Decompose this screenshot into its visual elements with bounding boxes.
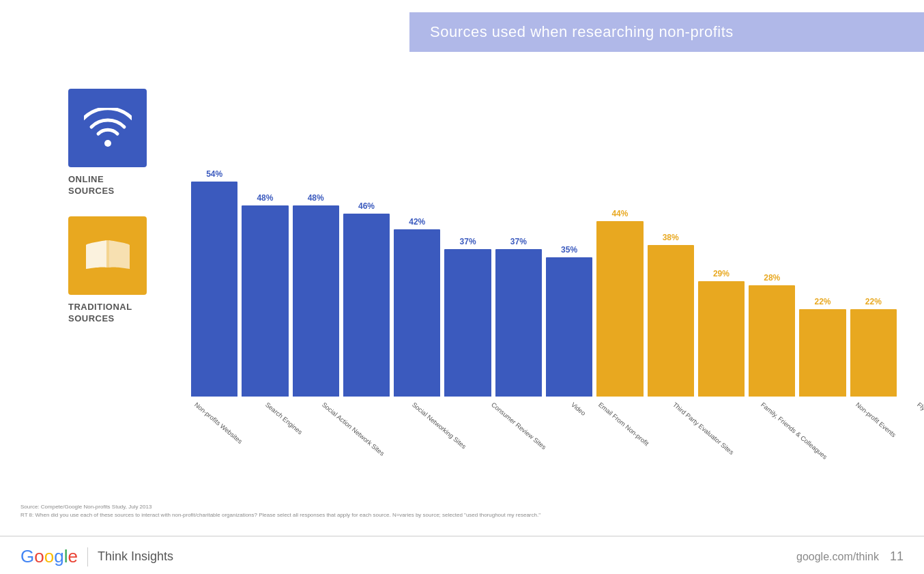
bar-rect-10	[698, 281, 745, 397]
bar-pct-3: 46%	[358, 201, 375, 211]
bar-pct-12: 22%	[815, 297, 831, 306]
bar-rect-11	[749, 285, 795, 397]
bar-rect-6	[495, 249, 542, 397]
bar-rect-0	[191, 182, 237, 397]
svg-point-0	[104, 140, 111, 147]
x-label-text-5: Video	[570, 401, 588, 417]
page-number: 11	[890, 549, 904, 564]
footer-divider	[0, 536, 924, 536]
wifi-icon	[84, 108, 132, 149]
x-label-1: Search Engines	[262, 397, 315, 465]
bar-pct-0: 54%	[206, 169, 222, 179]
google-logo: Google	[20, 546, 78, 567]
bar-rect-1	[242, 205, 288, 397]
bar-rect-8	[596, 221, 643, 397]
logo-e: e	[68, 546, 77, 567]
bar-group-11: 28%	[749, 273, 795, 397]
bar-rect-3	[343, 214, 390, 397]
bars-container: 54%48%48%46%42%37%37%35%44%38%29%28%22%2…	[191, 55, 897, 397]
bar-pct-1: 48%	[257, 193, 273, 203]
x-label-text-2: Social Action Network Sites	[321, 401, 386, 457]
svg-rect-1	[106, 240, 109, 268]
bar-group-8: 44%	[596, 209, 643, 397]
icons-area: ONLINESOURCES TRADITIONALSOURCES	[68, 89, 164, 344]
x-label-10: Flyers Or Brochures in the Mail	[914, 397, 924, 465]
x-label-text-1: Search Engines	[264, 401, 304, 436]
traditional-sources-icon-box	[68, 216, 147, 295]
online-sources-label: ONLINESOURCES	[68, 174, 164, 197]
bar-pct-8: 44%	[611, 209, 628, 218]
traditional-sources-label: TRADITIONALSOURCES	[68, 302, 164, 325]
footer-bottom: Google Think Insights google.com/think 1…	[0, 546, 924, 567]
bar-rect-12	[799, 309, 846, 397]
x-label-text-7: Third Party Evaluator Sites	[672, 401, 736, 456]
x-label-text-6: Email From Non-profit	[597, 401, 650, 447]
x-label-9: Non-profit Events	[852, 397, 909, 465]
x-label-4: Consumer Review Sites	[488, 397, 564, 465]
x-label-text-0: Non-profits Websites	[193, 401, 244, 445]
x-label-2: Social Action Network Sites	[319, 397, 405, 465]
chart-area: 54%48%48%46%42%37%37%35%44%38%29%28%22%2…	[191, 55, 897, 465]
footer-url: google.com/think	[796, 551, 879, 563]
bar-group-1: 48%	[242, 193, 288, 397]
chart-title: Sources used when researching non-profit…	[430, 23, 734, 40]
bar-pct-6: 37%	[510, 237, 527, 246]
online-sources-icon-box	[68, 89, 147, 167]
x-label-3: Social Networking Sites	[409, 397, 484, 465]
x-labels-container: Non-profits WebsitesSearch EnginesSocial…	[191, 397, 897, 465]
bar-rect-9	[648, 245, 694, 397]
bar-pct-7: 35%	[561, 245, 577, 255]
bar-group-2: 48%	[293, 193, 339, 397]
x-label-8: Family, Friends & Colleagues	[757, 397, 848, 465]
title-callout: Sources used when researching non-profit…	[409, 12, 924, 52]
bar-rect-13	[850, 309, 897, 397]
bar-pct-11: 28%	[764, 273, 780, 283]
x-label-text-9: Non-profit Events	[854, 401, 897, 439]
source-line1: Source: Compete/Google Non-profits Study…	[20, 503, 904, 511]
x-label-text-8: Family, Friends & Colleagues	[760, 401, 829, 461]
logo-g: G	[20, 546, 34, 567]
bar-group-3: 46%	[343, 201, 390, 397]
bar-pct-5: 37%	[460, 237, 476, 246]
x-label-7: Third Party Evaluator Sites	[669, 397, 753, 465]
logo-o2: o	[44, 546, 54, 567]
logo-o1: o	[34, 546, 44, 567]
book-icon	[84, 235, 132, 276]
bar-group-13: 22%	[850, 297, 897, 397]
x-label-5: Video	[568, 397, 591, 465]
bar-group-6: 37%	[495, 237, 542, 397]
bar-group-0: 54%	[191, 169, 237, 397]
bar-pct-13: 22%	[865, 297, 882, 306]
bar-group-10: 29%	[698, 269, 745, 397]
x-label-0: Non-profits Websites	[191, 397, 258, 465]
bar-group-5: 37%	[444, 237, 491, 397]
bar-group-7: 35%	[546, 245, 592, 397]
bar-group-12: 22%	[799, 297, 846, 397]
bar-pct-4: 42%	[409, 217, 425, 227]
footer-right: google.com/think 11	[796, 549, 904, 564]
bar-pct-9: 38%	[663, 233, 679, 242]
bar-rect-7	[546, 257, 592, 397]
think-insights-label: Think Insights	[98, 549, 173, 564]
bar-rect-5	[444, 249, 491, 397]
source-line2: RT 8: When did you use each of these sou…	[20, 511, 904, 519]
bar-rect-2	[293, 205, 339, 397]
bar-pct-10: 29%	[713, 269, 730, 278]
bar-pct-2: 48%	[308, 193, 324, 203]
x-label-6: Email From Non-profit	[595, 397, 665, 465]
bar-group-9: 38%	[648, 233, 694, 397]
x-label-text-4: Consumer Review Sites	[489, 401, 547, 451]
x-label-text-10: Flyers Or Brochures in the Mail	[916, 401, 924, 464]
logo-divider	[87, 547, 88, 566]
x-label-text-3: Social Networking Sites	[411, 401, 468, 450]
bar-rect-4	[394, 229, 440, 397]
bar-group-4: 42%	[394, 217, 440, 397]
logo-g2: g	[54, 546, 63, 567]
footer-source: Source: Compete/Google Non-profits Study…	[20, 503, 904, 519]
